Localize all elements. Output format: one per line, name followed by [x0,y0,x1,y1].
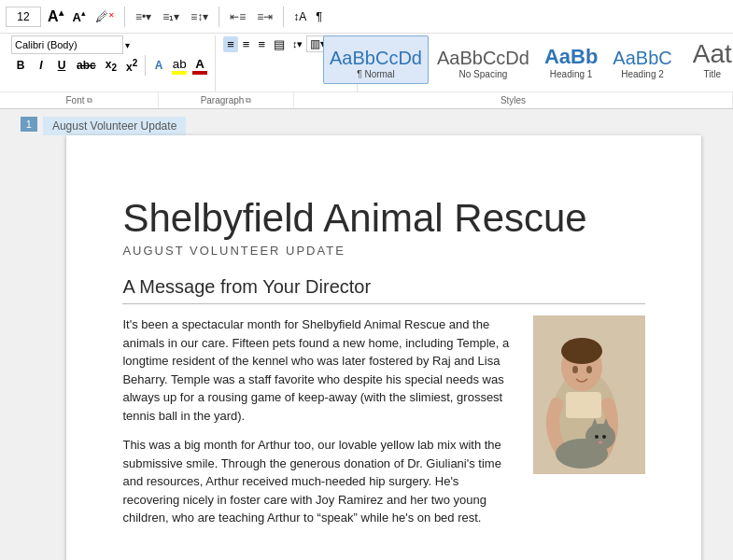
page-number-badge: 1 [21,117,37,132]
styles-group-label[interactable]: Styles [294,92,733,108]
underline-icon: U [56,59,67,72]
svg-point-12 [572,366,578,373]
sep-fmt [145,55,146,76]
shading-icon: ▥ [310,37,320,50]
paragraph-1: It's been a spectacular month for Shelby… [122,315,518,425]
clear-format-button[interactable]: 🖉✕ [92,8,118,25]
show-paragraph-button[interactable]: ¶ [313,8,325,24]
bullet-list-icon: ≡• [135,10,146,23]
font-group-content: ▾ B I U abc x2 [11,35,209,90]
italic-button[interactable]: I [32,58,50,73]
svg-point-10 [599,441,602,444]
style-h1-preview: AaBb [544,47,598,67]
body-text[interactable]: It's been a spectacular month for Shelby… [122,315,518,539]
paragraph-2: This was a big month for Arthur too, our… [122,436,518,527]
paragraph-expand-icon: ⧉ [246,96,251,105]
document-area: 1 August Volunteer Update Shelbyfield An… [0,109,733,560]
style-normal-preview: AaBbCcDd [330,49,422,67]
style-title[interactable]: Aat Title [681,35,733,84]
line-spacing-button[interactable]: ↕▾ [289,37,306,51]
font-name-row: ▾ [11,35,209,54]
styles-row: AaBbCcDd ¶ Normal AaBbCcDd No Spacing Aa… [323,35,733,84]
style-heading1[interactable]: AaBb Heading 1 [538,35,604,84]
align-center-icon: ≡ [243,37,250,51]
style-normal[interactable]: AaBbCcDd ¶ Normal [323,35,429,84]
font-shrink-button[interactable]: A▴ [70,7,89,25]
svg-point-8 [595,435,599,439]
ribbon-top-row: A▴ A▴ 🖉✕ ≡•▾ ≡₁▾ ≡↕▾ ⇤≡ ≡⇥ [0,0,733,34]
svg-point-3 [561,338,602,364]
font-grow-button[interactable]: A▴ [45,7,66,26]
multilevel-list-button[interactable]: ≡↕▾ [187,9,212,24]
font-shrink-icon: A [73,10,81,24]
image-figure [533,315,645,474]
page-header-text: August Volunteer Update [52,119,176,133]
font-name-input[interactable] [11,35,123,54]
pilcrow-icon: ¶ [316,9,322,23]
underline-button[interactable]: U [52,58,71,73]
font-size-input[interactable] [6,7,41,27]
clear-format-icon: 🖉✕ [95,9,115,24]
style-nospace-label: No Spacing [459,69,508,79]
svg-point-13 [586,366,592,373]
sort-button[interactable]: ↕A [290,9,309,24]
strikethrough-button[interactable]: abc [73,58,100,73]
style-title-label: Title [703,69,721,79]
document-image [533,315,645,474]
font-group-label[interactable]: Font ⧉ [0,92,159,108]
styles-group: AaBbCcDd ¶ Normal AaBbCcDd No Spacing Aa… [359,35,727,91]
document-title: Shelbyfield Animal Rescue [122,197,645,240]
style-h1-label: Heading 1 [550,69,593,79]
justify-button[interactable]: ▤ [270,36,289,52]
person-cat-illustration [533,315,645,474]
ribbon: A▴ A▴ 🖉✕ ≡•▾ ≡₁▾ ≡↕▾ ⇤≡ ≡⇥ [0,0,733,109]
separator-2 [218,7,219,27]
font-group: ▾ B I U abc x2 [6,35,216,91]
style-no-spacing[interactable]: AaBbCcDd No Spacing [430,35,536,84]
style-title-preview: Aat [693,41,732,67]
page-header-tab: August Volunteer Update [43,117,186,135]
paragraph-group-label[interactable]: Paragraph ⧉ [159,92,294,108]
highlight-icon: ab [173,57,187,71]
separator-1 [124,7,125,27]
ribbon-main-row: ▾ B I U abc x2 [0,34,733,91]
strikethrough-icon: abc [77,59,96,72]
decrease-indent-icon: ⇤≡ [230,10,246,23]
section-heading: A Message from Your Director [122,276,645,298]
bold-button[interactable]: B [11,58,30,73]
subscript-button[interactable]: x2 [102,57,120,74]
subscript-icon: x2 [106,58,117,71]
styles-label-text: Styles [500,95,526,105]
ribbon-group-labels: Font ⧉ Paragraph ⧉ Styles [0,91,733,108]
section-divider [122,303,645,304]
numbered-list-icon: ≡₁ [162,10,174,23]
doc-page-wrapper: August Volunteer Update Shelbyfield Anim… [43,117,726,560]
font-color-button[interactable]: A [190,56,209,76]
text-effects-button[interactable]: A [149,58,168,73]
bullet-list-button[interactable]: ≡•▾ [132,9,155,24]
increase-indent-button[interactable]: ≡⇥ [253,9,276,24]
paragraph-label-text: Paragraph [201,95,245,105]
line-spacing-icon: ↕ [292,38,298,49]
align-right-icon: ≡ [258,37,265,51]
numbered-list-button[interactable]: ≡₁▾ [159,9,183,24]
align-left-button[interactable]: ≡ [223,36,238,52]
document-subtitle: AUGUST VOLUNTEER UPDATE [122,244,645,258]
document-page[interactable]: Shelbyfield Animal Rescue AUGUST VOLUNTE… [66,135,701,560]
left-ruler [0,109,13,560]
highlight-button[interactable]: ab [170,56,189,76]
superscript-button[interactable]: x2 [122,57,141,75]
superscript-icon: x2 [126,61,137,74]
font-name-dropdown[interactable]: ▾ [125,40,130,50]
style-heading2[interactable]: AaBbC Heading 2 [606,35,678,84]
font-color-icon: A [195,57,204,71]
style-h2-preview: AaBbC [613,49,671,67]
decrease-indent-button[interactable]: ⇤≡ [226,9,249,24]
svg-point-9 [602,435,606,439]
separator-3 [283,7,284,27]
align-right-button[interactable]: ≡ [254,36,269,52]
align-center-button[interactable]: ≡ [239,36,254,52]
justify-icon: ▤ [274,37,285,51]
style-h2-label: Heading 2 [621,69,664,79]
multilevel-list-icon: ≡↕ [190,10,203,23]
